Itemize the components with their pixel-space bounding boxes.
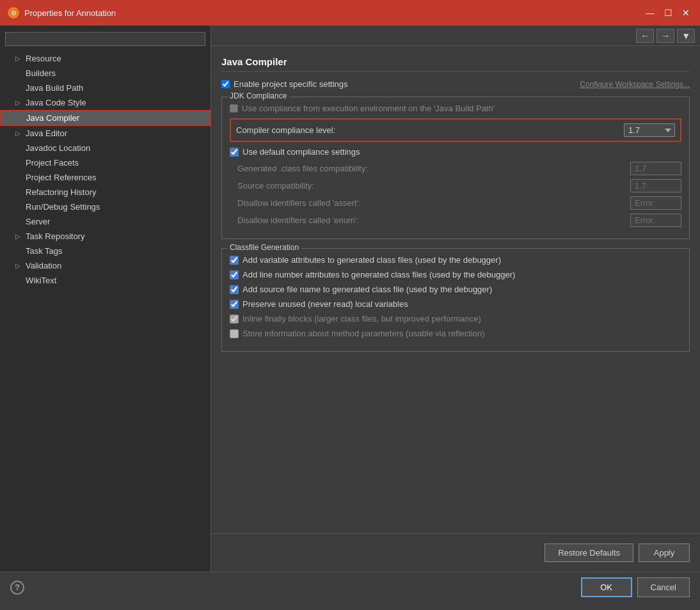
classfile-checkbox-preserve-unused[interactable] xyxy=(230,300,239,309)
classfile-label-inline-finally: Inline finally blocks (larger class file… xyxy=(243,314,481,324)
restore-defaults-button[interactable]: Restore Defaults xyxy=(545,544,633,562)
sub-setting-select-source-compat: 1.11.21.31.41.51.61.7 xyxy=(630,179,681,192)
cancel-button[interactable]: Cancel xyxy=(637,577,690,597)
sidebar-item-refactoring-history[interactable]: Refactoring History xyxy=(0,185,211,199)
sub-setting-select-disallow-enum: ErrorWarningIgnore xyxy=(630,214,681,227)
classfile-options-container: Add variable attributes to generated cla… xyxy=(230,255,681,338)
main-panel: Java Compiler Enable project specific se… xyxy=(211,46,700,533)
sidebar-item-project-facets[interactable]: Project Facets xyxy=(0,155,211,170)
sidebar-expand-icon-java-editor: ▷ xyxy=(15,130,24,137)
sidebar-items-container: ▷ResourceBuildersJava Build Path▷Java Co… xyxy=(0,51,211,288)
classfile-label-add-line-number: Add line number attributes to generated … xyxy=(243,270,515,279)
ok-button[interactable]: OK xyxy=(581,577,632,597)
bottom-bar: Restore Defaults Apply xyxy=(211,533,700,572)
use-compliance-row: Use compliance from execution environmen… xyxy=(230,104,681,113)
configure-workspace-link[interactable]: Configure Workspace Settings... xyxy=(580,80,690,89)
sub-setting-label-disallow-assert: Disallow identifiers called 'assert': xyxy=(237,198,361,208)
classfile-generation-title: Classfile Generation xyxy=(227,243,301,252)
use-compliance-label: Use compliance from execution environmen… xyxy=(242,104,495,113)
content-area: ← → ▼ Java Compiler Enable project speci… xyxy=(211,26,700,572)
classfile-label-preserve-unused: Preserve unused (never read) local varia… xyxy=(243,299,408,309)
classfile-label-store-method-params: Store information about method parameter… xyxy=(243,329,485,338)
sidebar-item-label-wikitext: WikiText xyxy=(26,276,56,285)
sidebar-item-label-java-code-style: Java Code Style xyxy=(26,98,86,107)
sidebar-item-label-refactoring-history: Refactoring History xyxy=(26,187,97,197)
app-icon: ⚙ xyxy=(8,7,19,19)
classfile-option-row-add-line-number: Add line number attributes to generated … xyxy=(230,270,681,279)
classfile-checkbox-add-source-file[interactable] xyxy=(230,285,239,294)
sidebar-item-java-editor[interactable]: ▷Java Editor xyxy=(0,126,211,141)
use-default-label: Use default compliance settings xyxy=(243,147,360,157)
panel-title: Java Compiler xyxy=(221,56,690,72)
sidebar-item-validation[interactable]: ▷Validation xyxy=(0,258,211,273)
classfile-checkbox-store-method-params xyxy=(230,329,239,338)
jdk-compliance-group: JDK Compliance Use compliance from execu… xyxy=(221,97,690,239)
enable-project-label: Enable project specific settings xyxy=(234,79,347,89)
sidebar-item-label-server: Server xyxy=(26,217,50,226)
enable-project-checkbox[interactable] xyxy=(221,80,230,88)
nav-bar: ← → ▼ xyxy=(211,26,700,46)
sidebar-item-server[interactable]: Server xyxy=(0,214,211,229)
restore-button[interactable]: ☐ xyxy=(662,6,674,19)
compliance-level-row: Compiler compliance level: 1.11.21.31.41… xyxy=(230,118,681,142)
sidebar-item-project-references[interactable]: Project References xyxy=(0,170,211,185)
sidebar-item-task-tags[interactable]: Task Tags xyxy=(0,244,211,258)
nav-back-button[interactable]: ← xyxy=(636,29,654,43)
sidebar-item-task-repository[interactable]: ▷Task Repository xyxy=(0,229,211,244)
sidebar-item-label-project-references: Project References xyxy=(26,173,97,182)
sub-setting-label-disallow-enum: Disallow identifiers called 'enum': xyxy=(237,215,359,225)
sub-setting-label-generated-compat: Generated .class files compatibility: xyxy=(237,164,368,173)
classfile-option-row-inline-finally: Inline finally blocks (larger class file… xyxy=(230,314,681,324)
classfile-checkbox-inline-finally xyxy=(230,315,239,324)
classfile-checkbox-add-variable[interactable] xyxy=(230,256,239,265)
sub-setting-row-disallow-assert: Disallow identifiers called 'assert':Err… xyxy=(230,196,681,210)
sub-setting-row-disallow-enum: Disallow identifiers called 'enum':Error… xyxy=(230,214,681,227)
sub-setting-row-generated-compat: Generated .class files compatibility:1.1… xyxy=(230,162,681,175)
nav-forward-button[interactable]: → xyxy=(656,29,674,43)
jdk-compliance-title: JDK Compliance xyxy=(227,91,289,100)
sidebar-expand-icon-resource: ▷ xyxy=(15,55,24,62)
sidebar-item-resource[interactable]: ▷Resource xyxy=(0,51,211,66)
classfile-checkbox-add-line-number[interactable] xyxy=(230,270,239,279)
classfile-option-row-preserve-unused: Preserve unused (never read) local varia… xyxy=(230,299,681,309)
sidebar-item-wikitext[interactable]: WikiText xyxy=(0,273,211,288)
classfile-generation-group: Classfile Generation Add variable attrib… xyxy=(221,248,690,352)
classfile-option-row-add-variable: Add variable attributes to generated cla… xyxy=(230,255,681,265)
sub-setting-label-source-compat: Source compatibility: xyxy=(237,181,314,191)
sidebar-item-java-code-style[interactable]: ▷Java Code Style xyxy=(0,95,211,110)
classfile-option-row-store-method-params: Store information about method parameter… xyxy=(230,329,681,338)
sidebar-item-java-compiler[interactable]: Java Compiler xyxy=(0,110,211,126)
sidebar-item-label-validation: Validation xyxy=(26,261,61,270)
enable-settings-row: Enable project specific settings Configu… xyxy=(221,79,690,89)
sidebar-item-label-java-compiler: Java Compiler xyxy=(26,113,79,123)
minimize-button[interactable]: — xyxy=(644,6,656,19)
sidebar-item-label-javadoc-location: Javadoc Location xyxy=(26,143,90,153)
sidebar-item-builders[interactable]: Builders xyxy=(0,66,211,81)
compliance-level-select[interactable]: 1.11.21.31.41.51.61.71.8 xyxy=(624,123,675,137)
use-compliance-checkbox[interactable] xyxy=(230,104,238,113)
help-button[interactable]: ? xyxy=(10,581,24,595)
nav-dropdown-button[interactable]: ▼ xyxy=(677,29,695,43)
sub-settings-container: Generated .class files compatibility:1.1… xyxy=(230,162,681,227)
apply-button[interactable]: Apply xyxy=(639,544,690,562)
use-default-checkbox[interactable] xyxy=(230,148,239,157)
sidebar-expand-icon-java-code-style: ▷ xyxy=(15,99,24,106)
sidebar-item-java-build-path[interactable]: Java Build Path xyxy=(0,81,211,95)
sub-setting-select-disallow-assert: ErrorWarningIgnore xyxy=(630,196,681,210)
sidebar: ▷ResourceBuildersJava Build Path▷Java Co… xyxy=(0,26,211,572)
footer-bar: ? OK Cancel xyxy=(0,572,700,602)
sidebar-item-label-resource: Resource xyxy=(26,54,61,63)
title-bar: ⚙ Properties for Annotation — ☐ ✕ xyxy=(0,0,700,26)
sidebar-item-label-java-build-path: Java Build Path xyxy=(26,83,83,93)
sidebar-item-run-debug-settings[interactable]: Run/Debug Settings xyxy=(0,199,211,214)
sub-setting-row-source-compat: Source compatibility:1.11.21.31.41.51.61… xyxy=(230,179,681,192)
classfile-label-add-variable: Add variable attributes to generated cla… xyxy=(243,255,501,265)
sidebar-item-label-task-tags: Task Tags xyxy=(26,246,63,256)
compliance-level-label: Compiler compliance level: xyxy=(236,125,335,135)
sidebar-item-label-run-debug-settings: Run/Debug Settings xyxy=(26,202,100,212)
sidebar-item-label-task-repository: Task Repository xyxy=(26,231,84,241)
sidebar-search-input[interactable] xyxy=(5,32,205,46)
close-button[interactable]: ✕ xyxy=(680,6,692,19)
dialog-title: Properties for Annotation xyxy=(24,8,116,18)
sidebar-item-javadoc-location[interactable]: Javadoc Location xyxy=(0,141,211,155)
